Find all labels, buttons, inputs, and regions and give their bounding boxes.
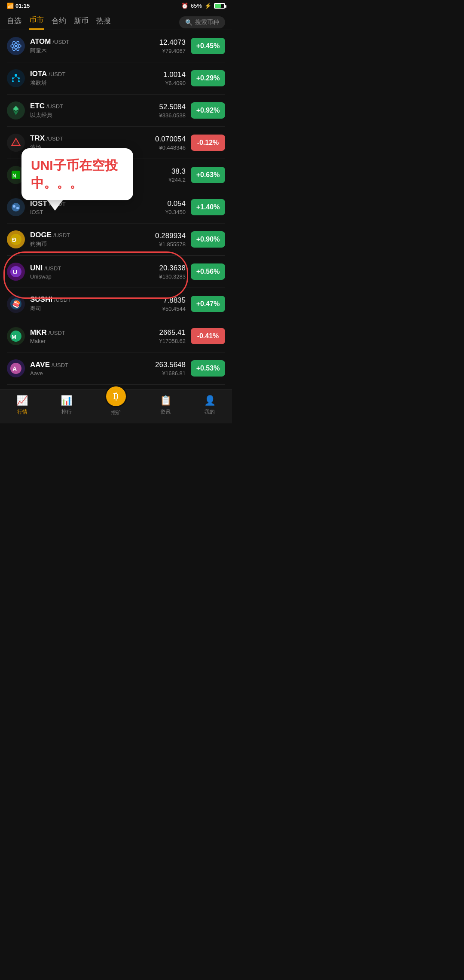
change-badge-etc: +0.92% [191,102,225,119]
coin-price-neo: 38.3 ¥244.2 [168,167,186,183]
change-badge-trx: -0.12% [191,135,225,151]
coin-info-iota: IOTA /USDT 埃欧塔 [30,70,163,87]
coin-price-atom: 12.4073 ¥79.4067 [159,38,186,54]
coin-pair-sushi: /USDT [54,297,71,303]
change-badge-neo: +0.63% [191,167,225,183]
search-placeholder: 搜索币种 [195,18,219,26]
coin-info-aave: AAVE /USDT Aave [30,361,155,377]
coin-cn-iota: 埃欧塔 [30,79,163,87]
nav-label-rank: 排行 [61,408,72,416]
coin-row-iota[interactable]: IOTA /USDT 埃欧塔 1.0014 ¥6.4090 +0.29% [7,62,225,95]
svg-line-10 [16,77,19,78]
coin-icon-aave: A [7,359,25,377]
tab-zixuan[interactable]: 自选 [7,16,21,29]
svg-text:N: N [12,173,16,179]
change-badge-iota: +0.29% [191,70,225,86]
svg-point-20 [13,205,15,208]
alarm-icon: ⏰ [181,3,188,9]
coin-row-sushi[interactable]: 🍣 SUSHI /USDT 寿司 7.8835 ¥50.4544 +0.47% [7,288,225,320]
coin-symbol-aave: AAVE [30,361,50,369]
coin-price-doge: 0.289934 ¥1.855578 [155,232,186,248]
coin-symbol-atom: ATOM [30,37,51,46]
profile-icon: 👤 [204,395,216,407]
coin-pair-aave: /USDT [52,362,68,368]
svg-marker-13 [13,106,19,111]
status-bar: 📶 01:15 ⏰ 65% ⚡ [0,0,232,11]
coin-row-etc[interactable]: ETC /USDT 以太经典 52.5084 ¥336.0538 +0.92% [7,95,225,127]
coin-symbol-uni: UNI [30,264,43,273]
svg-marker-16 [12,138,20,146]
coin-info-sushi: SUSHI /USDT 寿司 [30,295,162,312]
rank-icon: 📊 [61,395,73,407]
coin-icon-uni: U [7,263,25,281]
coin-price-iota: 1.0014 ¥6.4090 [163,70,186,86]
coin-pair-uni: /USDT [44,265,61,272]
news-icon: 📋 [159,395,171,407]
svg-point-21 [16,207,19,209]
coin-icon-mkr: M [7,327,25,345]
change-badge-mkr: -0.41% [191,328,225,344]
tab-xinbi[interactable]: 新币 [74,16,89,29]
tab-heyue[interactable]: 合约 [52,16,66,29]
coin-price-trx: 0.070054 ¥0.448346 [155,135,186,151]
coin-row-doge[interactable]: Ð DOGE /USDT 狗狗币 0.289934 ¥1.855578 +0.9… [7,224,225,256]
battery-icon [214,3,225,9]
coin-icon-iota [7,69,25,87]
search-box[interactable]: 🔍 搜索币种 [179,16,225,28]
svg-text:U: U [13,269,17,276]
coin-price-etc: 52.5084 ¥336.0538 [159,103,186,119]
coin-icon-etc [7,101,25,119]
coin-symbol-trx: TRX [30,134,45,143]
nav-item-mining[interactable]: ₿ 挖矿 [105,394,127,416]
coin-cn-uni: Uniswap [30,273,159,280]
coin-price-mkr: 2665.41 ¥17058.62 [159,328,186,344]
coin-row-aave[interactable]: A AAVE /USDT Aave 263.5648 ¥1686.81 +0.5… [7,352,225,385]
coin-info-uni: UNI /USDT Uniswap [30,264,159,280]
battery-percent: 65% [191,3,202,9]
coin-icon-atom [7,37,25,55]
nav-item-rank[interactable]: 📊 排行 [61,395,73,416]
coin-row-mkr[interactable]: M MKR /USDT Maker 2665.41 ¥17058.62 -0.4… [7,320,225,352]
coin-info-etc: ETC /USDT 以太经典 [30,102,159,119]
svg-point-4 [15,74,17,77]
market-icon: 📈 [16,395,28,407]
bolt-icon: ⚡ [205,3,211,9]
coin-pair-iota: /USDT [49,71,65,77]
nav-tabs: 自选 币市 合约 新币 热搜 🔍 搜索币种 [0,11,232,30]
coin-cn-doge: 狗狗币 [30,240,155,248]
svg-text:Ð: Ð [12,236,16,243]
coin-icon-doge: Ð [7,230,25,248]
coin-info-doge: DOGE /USDT 狗狗币 [30,231,155,248]
change-badge-atom: +0.45% [191,38,225,54]
coin-cn-atom: 阿童木 [30,47,159,55]
change-badge-iost: +1.40% [191,199,225,215]
search-icon: 🔍 [185,19,192,26]
change-badge-doge: +0.90% [191,231,225,248]
coin-symbol-iota: IOTA [30,70,47,78]
coin-cn-aave: Aave [30,370,155,377]
nav-item-profile[interactable]: 👤 我的 [204,395,216,416]
coin-price-uni: 20.3638 ¥130.3283 [159,264,186,280]
tab-resou[interactable]: 热搜 [96,16,111,29]
coin-row-uni[interactable]: U UNI /USDT Uniswap 20.3638 ¥130.3283 +0… [7,256,225,288]
coin-icon-sushi: 🍣 [7,295,25,313]
coin-cn-mkr: Maker [30,338,159,344]
nav-label-news: 资讯 [160,408,171,416]
svg-text:A: A [12,365,17,372]
coin-row-atom[interactable]: ATOM /USDT 阿童木 12.4073 ¥79.4067 +0.45% [7,30,225,62]
signal-icon: 📶 [7,3,14,9]
nav-item-market[interactable]: 📈 行情 [16,395,28,416]
time: 01:15 [15,3,30,9]
coin-symbol-etc: ETC [30,102,45,110]
coin-list: UNI子币在空投中。。。 ATOM /USDT 阿童木 12.4073 ¥79.… [0,30,232,385]
change-badge-aave: +0.53% [191,360,225,377]
nav-label-profile: 我的 [205,408,215,416]
mining-icon: ₿ [105,385,127,407]
coin-symbol-sushi: SUSHI [30,295,52,304]
coin-pair-trx: /USDT [46,135,63,142]
tab-bishi[interactable]: 币市 [29,15,44,30]
nav-item-news[interactable]: 📋 资讯 [159,395,171,416]
change-badge-sushi: +0.47% [191,296,225,312]
svg-text:🍣: 🍣 [12,300,21,308]
coin-info-mkr: MKR /USDT Maker [30,328,159,344]
